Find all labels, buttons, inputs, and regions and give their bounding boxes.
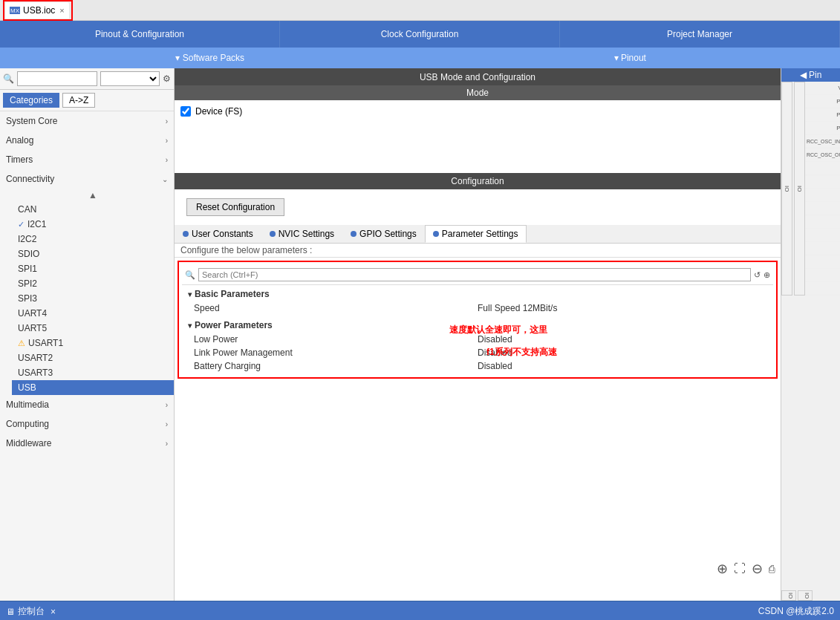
basic-parameters-group: ▾ Basic Parameters Speed Full Speed 12MB…: [182, 285, 773, 316]
params-search-input[interactable]: [198, 268, 751, 281]
file-tab[interactable]: MX USB.ioc ×: [5, 2, 69, 19]
chevron-right-icon: ›: [166, 420, 168, 428]
sidebar-item-sdio[interactable]: SDIO: [12, 247, 174, 261]
console-close-button[interactable]: ×: [51, 607, 56, 617]
chevron-right-icon: ›: [166, 401, 168, 409]
tab-categories[interactable]: Categories: [3, 93, 59, 108]
sidebar-search-row: 🔍 ⚙: [0, 68, 174, 90]
sidebar-item-middleware[interactable]: Middleware ›: [0, 434, 174, 453]
mode-section-title: Mode: [175, 85, 781, 100]
sidebar-item-timers[interactable]: Timers ›: [0, 150, 174, 169]
collapse-arrow-icon: ▾: [188, 322, 192, 330]
sidebar-item-uart4[interactable]: UART4: [12, 306, 174, 321]
search-icon: 🔍: [3, 74, 14, 84]
console-label: 控制台: [18, 605, 45, 618]
params-search-icon: 🔍: [185, 270, 195, 280]
mode-checkbox-row: Device (FS): [175, 100, 781, 123]
connectivity-sub-items: ▲ CAN ✓ I2C1 I2C2 SDIO: [0, 189, 174, 395]
sidebar-item-usart1[interactable]: ⚠ USART1: [12, 336, 174, 350]
config-section-title: Configuration: [175, 173, 781, 189]
chevron-right-icon: ›: [166, 137, 168, 145]
expand-icon[interactable]: ⊕: [764, 270, 770, 280]
zoom-in-button[interactable]: ⊕: [717, 561, 728, 577]
fit-screen-button[interactable]: ⛶: [734, 562, 746, 575]
main-navigation: Pinout & Configuration Clock Configurati…: [0, 21, 840, 48]
device-fs-label: Device (FS): [195, 106, 242, 117]
sub-nav-software-packs[interactable]: ▾ Software Packs: [0, 48, 420, 68]
sidebar-item-usart2[interactable]: USART2: [12, 350, 174, 365]
sidebar-tabs: Categories A->Z: [0, 90, 174, 111]
sidebar-item-multimedia[interactable]: Multimedia ›: [0, 395, 174, 414]
basic-parameters-title[interactable]: ▾ Basic Parameters: [185, 287, 770, 301]
main-layout: 🔍 ⚙ Categories A->Z System Core › Analog: [0, 68, 840, 601]
tab-dot-gpio: [351, 231, 356, 237]
tab-dot-user: [183, 231, 189, 237]
tab-nvic-settings[interactable]: NVIC Settings: [261, 225, 342, 243]
param-row-low-power: Low Power Disabled: [185, 333, 770, 346]
sidebar-item-usart3[interactable]: USART3: [12, 365, 174, 380]
toolbar: MX USB.ioc ×: [0, 0, 840, 21]
right-panel: ◀ Pin IO IO VBAT PC13-: [781, 68, 840, 601]
check-icon: ✓: [18, 220, 25, 229]
reset-icon[interactable]: ↺: [754, 270, 761, 280]
tab-label: USB.ioc: [23, 5, 55, 16]
reset-configuration-button[interactable]: Reset Configuration: [186, 198, 284, 216]
panel-title: USB Mode and Configuration: [175, 68, 781, 85]
bottom-left: 🖥 控制台 ×: [6, 605, 56, 618]
sidebar-item-i2c1[interactable]: ✓ I2C1: [12, 217, 174, 232]
tab-dot-nvic: [270, 231, 276, 237]
sub-nav-pinout[interactable]: ▾ Pinout: [420, 48, 841, 68]
search-input[interactable]: [17, 71, 97, 86]
power-parameters-group: ▾ Power Parameters Low Power Disabled Li…: [182, 316, 773, 374]
sidebar-items: System Core › Analog › Timers › Connecti…: [0, 111, 174, 601]
chevron-right-icon: ›: [166, 440, 168, 448]
sidebar-item-system-core[interactable]: System Core ›: [0, 111, 174, 131]
category-dropdown[interactable]: [100, 71, 160, 86]
bottom-bar: 🖥 控制台 × CSDN @桃成蹊2.0: [0, 601, 840, 620]
parameters-box: 🔍 ↺ ⊕ ▾ Basic Parameters Speed Full Spee…: [178, 261, 778, 379]
gear-icon[interactable]: ⚙: [163, 74, 171, 84]
tab-gpio-settings[interactable]: GPIO Settings: [342, 225, 425, 243]
sidebar-item-connectivity[interactable]: Connectivity ⌄: [0, 169, 174, 189]
zoom-out-button[interactable]: ⊖: [752, 561, 763, 577]
device-fs-checkbox[interactable]: [180, 106, 191, 117]
tab-parameter-settings[interactable]: Parameter Settings: [425, 225, 527, 243]
console-icon: 🖥: [6, 607, 15, 617]
tab-az[interactable]: A->Z: [62, 93, 95, 108]
sidebar-item-can[interactable]: CAN: [12, 202, 174, 217]
pin-labels: IO IO VBAT PC13- PC14-: [781, 82, 840, 601]
sidebar-item-spi3[interactable]: SPI3: [12, 291, 174, 306]
sidebar-item-spi2[interactable]: SPI2: [12, 276, 174, 291]
sidebar-item-analog[interactable]: Analog ›: [0, 131, 174, 150]
sidebar: 🔍 ⚙ Categories A->Z System Core › Analog: [0, 68, 175, 601]
sidebar-item-uart5[interactable]: UART5: [12, 321, 174, 336]
config-tabs: User Constants NVIC Settings GPIO Settin…: [175, 225, 781, 244]
scroll-up-arrow[interactable]: ▲: [12, 189, 174, 202]
sidebar-item-i2c2[interactable]: I2C2: [12, 232, 174, 247]
sub-navigation: ▾ Software Packs ▾ Pinout: [0, 48, 840, 68]
tab-icon: MX: [10, 7, 20, 14]
nav-clock[interactable]: Clock Configuration: [280, 21, 560, 48]
params-search-row: 🔍 ↺ ⊕: [182, 265, 773, 285]
power-parameters-title[interactable]: ▾ Power Parameters: [185, 318, 770, 333]
nav-pinout[interactable]: Pinout & Configuration: [0, 21, 280, 48]
warning-icon: ⚠: [18, 339, 25, 348]
tab-user-constants[interactable]: User Constants: [175, 225, 261, 243]
right-panel-header[interactable]: ◀ Pin: [781, 68, 840, 82]
bottom-attribution: CSDN @桃成蹊2.0: [758, 605, 834, 618]
param-row-link-power: Link Power Management Disabled: [185, 346, 770, 359]
tab-close-button[interactable]: ×: [59, 6, 64, 15]
chevron-right-icon: ›: [166, 117, 168, 125]
export-icon[interactable]: ⎙: [769, 563, 775, 575]
chevron-down-icon: ⌄: [162, 175, 168, 183]
sidebar-item-usb[interactable]: USB: [12, 380, 174, 395]
param-row-speed: Speed Full Speed 12MBit/s: [185, 301, 770, 315]
sidebar-item-computing[interactable]: Computing ›: [0, 414, 174, 434]
zoom-controls: ⊕ ⛶ ⊖ ⎙: [717, 561, 775, 577]
nav-project[interactable]: Project Manager: [560, 21, 840, 48]
sidebar-item-spi1[interactable]: SPI1: [12, 261, 174, 276]
tab-dot-params: [433, 231, 439, 237]
collapse-arrow-icon: ▾: [188, 290, 192, 298]
chevron-right-icon: ›: [166, 156, 168, 164]
param-row-battery: Battery Charging Disabled: [185, 359, 770, 373]
